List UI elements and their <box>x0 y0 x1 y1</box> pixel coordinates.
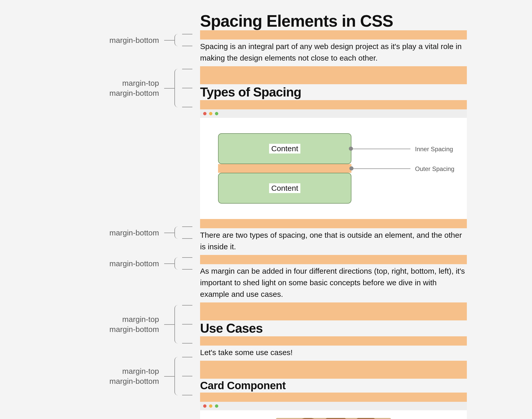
label-text: margin-bottom <box>82 259 159 269</box>
margin-highlight <box>200 336 467 346</box>
margin-highlight <box>200 361 467 379</box>
subsection-heading: Card Component <box>200 380 467 391</box>
label-text: margin-bottom <box>82 228 159 238</box>
article-paragraph: Let's take some use cases! <box>200 347 467 358</box>
leader-line-icon <box>351 168 410 169</box>
label-margin-top-bottom-2: margin-top margin-bottom <box>82 305 192 344</box>
margin-highlight <box>200 302 467 320</box>
bracket-icon <box>164 357 192 395</box>
margin-highlight <box>200 393 467 402</box>
window-chrome <box>200 402 467 410</box>
window-body: ★ <box>200 410 467 419</box>
section-heading: Types of Spacing <box>200 86 467 99</box>
margin-highlight <box>200 255 467 264</box>
bracket-icon <box>164 257 192 270</box>
bracket-icon <box>164 305 192 344</box>
article-column: Spacing Elements in CSS Spacing is an in… <box>200 10 467 419</box>
section-heading: Use Cases <box>200 322 467 335</box>
label-margin-bottom-1: margin-bottom <box>82 34 192 46</box>
window-body: Content Inner Spacing Outer Spacing Cont… <box>200 118 467 219</box>
annotation-inner-spacing: Inner Spacing <box>415 146 453 153</box>
box-label: Content <box>269 144 300 154</box>
card-image-cinnamon-rolls: ★ <box>276 418 391 419</box>
label-text: margin-top margin-bottom <box>82 78 159 98</box>
label-text: margin-top margin-bottom <box>82 314 159 334</box>
bracket-icon <box>164 226 192 239</box>
window-chrome <box>200 109 467 118</box>
article-paragraph: Spacing is an integral part of any web d… <box>200 41 467 64</box>
margin-highlight <box>200 100 467 109</box>
label-margin-top-bottom-3: margin-top margin-bottom <box>82 357 192 395</box>
leader-line-icon <box>351 149 410 149</box>
article-title: Spacing Elements in CSS <box>200 13 467 29</box>
traffic-light-green-icon <box>215 404 218 408</box>
margin-highlight <box>200 219 467 228</box>
traffic-light-yellow-icon <box>209 404 212 408</box>
label-margin-bottom-2: margin-bottom <box>82 226 192 239</box>
margin-highlight <box>200 30 467 40</box>
annotation-outer-spacing: Outer Spacing <box>415 165 454 173</box>
traffic-light-red-icon <box>203 112 206 115</box>
label-text: margin-top margin-bottom <box>82 366 159 386</box>
browser-window-2: ★ <box>200 402 467 419</box>
browser-window-1: Content Inner Spacing Outer Spacing Cont… <box>200 109 467 219</box>
label-margin-top-bottom-1: margin-top margin-bottom <box>82 69 192 107</box>
label-text: margin-bottom <box>82 35 159 45</box>
traffic-light-red-icon <box>203 404 206 408</box>
bracket-icon <box>164 69 192 107</box>
box-label: Content <box>269 183 300 193</box>
outer-spacing-gap <box>218 164 351 173</box>
margin-highlight <box>200 66 467 84</box>
article-paragraph: There are two types of spacing, one that… <box>200 229 467 252</box>
traffic-light-yellow-icon <box>209 112 212 115</box>
content-box-bottom: Content <box>218 173 351 204</box>
article-paragraph: As margin can be added in four different… <box>200 265 467 300</box>
content-box-top: Content <box>218 133 351 164</box>
traffic-light-green-icon <box>215 112 218 115</box>
label-margin-bottom-3: margin-bottom <box>82 257 192 270</box>
bracket-icon <box>164 34 192 46</box>
